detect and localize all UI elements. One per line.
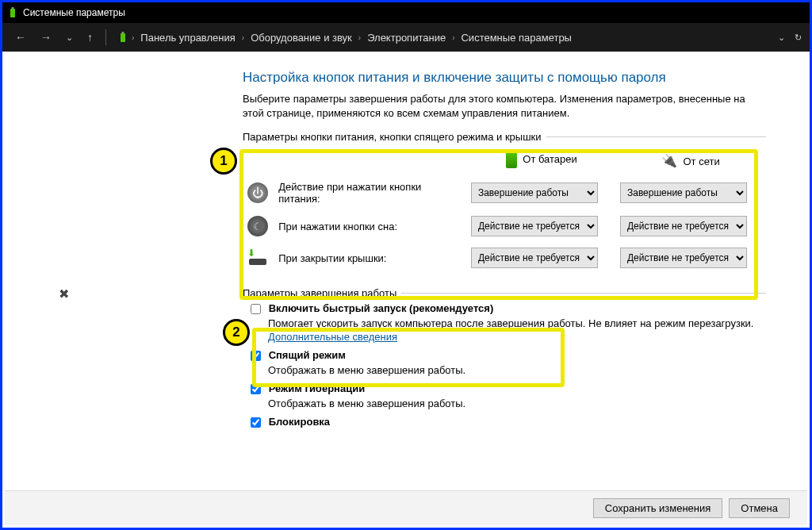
annotation-badge-2: 2 [223, 319, 250, 346]
bc-seg-1[interactable]: Оборудование и звук [247, 29, 355, 46]
chevron-right-icon: › [130, 33, 136, 42]
nav-forward[interactable]: → [36, 29, 56, 45]
bc-seg-0[interactable]: Панель управления [137, 29, 238, 46]
hiber-desc: Отображать в меню завершения работы. [268, 398, 766, 411]
fast-start-checkbox[interactable] [251, 304, 261, 314]
address-dropdown[interactable]: ⌄ [778, 33, 785, 43]
toolbar: ← → ⌄ ↑ › Панель управления › Оборудован… [2, 23, 810, 52]
fast-start-label: Включить быстрый запуск (рекомендуется) [269, 302, 494, 314]
refresh-icon[interactable]: ↻ [795, 33, 802, 43]
bc-seg-2[interactable]: Электропитание [364, 29, 449, 46]
lock-checkbox[interactable] [251, 417, 261, 428]
nav-recent[interactable]: ⌄ [61, 31, 78, 44]
breadcrumb: › Панель управления › Оборудование и зву… [117, 29, 773, 46]
page-subtext: Выберите параметры завершения работы для… [243, 92, 766, 120]
save-button[interactable]: Сохранить изменения [593, 498, 723, 518]
lock-label: Блокировка [269, 416, 330, 428]
annotation-highlight-2 [252, 328, 565, 387]
page-title: Настройка кнопок питания и включение защ… [243, 70, 766, 86]
nav-back[interactable]: ← [10, 29, 31, 45]
annotation-highlight-1 [239, 149, 758, 300]
svg-rect-2 [121, 33, 125, 42]
svg-rect-1 [12, 7, 14, 9]
nav-up[interactable]: ↑ [82, 29, 98, 45]
footer: Сохранить изменения Отмена [5, 490, 807, 525]
svg-rect-0 [10, 9, 15, 17]
titlebar: Системные параметры [2, 2, 810, 23]
battery-icon [117, 32, 128, 43]
chevron-right-icon: › [357, 33, 362, 42]
chevron-right-icon: › [450, 33, 456, 42]
cursor-icon: ✖ [59, 286, 69, 301]
svg-rect-3 [122, 32, 124, 33]
window-title: Системные параметры [23, 7, 125, 18]
chevron-right-icon: › [240, 33, 246, 42]
battery-app-icon [7, 7, 18, 18]
annotation-badge-1: 1 [210, 148, 237, 175]
cancel-button[interactable]: Отмена [729, 498, 790, 518]
button-settings-legend: Параметры кнопки питания, кнопки спящего… [243, 131, 546, 143]
bc-seg-3[interactable]: Системные параметры [458, 29, 574, 46]
